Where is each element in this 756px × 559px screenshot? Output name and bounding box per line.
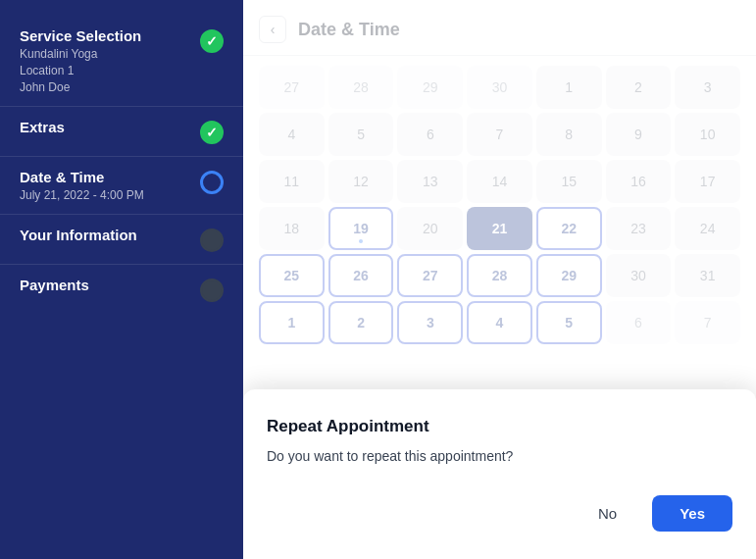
sidebar-item-your-information[interactable]: Your Information: [0, 215, 243, 265]
sidebar-subtitle-name: John Doe: [20, 80, 141, 94]
main-content: ‹ Date & Time 27282930123456789101112131…: [243, 0, 756, 559]
service-selection-status-icon: ✓: [200, 29, 224, 53]
modal-overlay: Repeat Appointment Do you want to repeat…: [243, 0, 756, 559]
sidebar-item-title: Service Selection: [20, 27, 141, 44]
yes-button[interactable]: Yes: [652, 495, 732, 532]
payments-status-icon: [200, 279, 224, 302]
sidebar: Service Selection Kundalini Yoga Locatio…: [0, 0, 243, 559]
modal-actions: No Yes: [267, 495, 732, 532]
sidebar-item-service-selection[interactable]: Service Selection Kundalini Yoga Locatio…: [0, 16, 243, 107]
modal-box: Repeat Appointment Do you want to repeat…: [243, 389, 756, 559]
sidebar-item-payments[interactable]: Payments: [0, 265, 243, 314]
sidebar-item-extras-title: Extras: [20, 119, 65, 135]
modal-body: Do you want to repeat this appointment?: [267, 448, 732, 464]
extras-status-icon: ✓: [200, 121, 224, 144]
information-status-icon: [200, 229, 224, 252]
sidebar-item-payments-title: Payments: [20, 277, 89, 293]
sidebar-subtitle-datetime: July 21, 2022 - 4:00 PM: [20, 188, 144, 202]
sidebar-subtitle-yoga: Kundalini Yoga: [20, 47, 141, 61]
sidebar-subtitle-location: Location 1: [20, 64, 141, 77]
no-button[interactable]: No: [575, 495, 640, 532]
sidebar-item-date-time[interactable]: Date & Time July 21, 2022 - 4:00 PM: [0, 157, 243, 215]
sidebar-item-datetime-title: Date & Time: [20, 169, 144, 185]
modal-title: Repeat Appointment: [267, 417, 732, 436]
sidebar-item-extras[interactable]: Extras ✓: [0, 107, 243, 157]
sidebar-item-info-title: Your Information: [20, 227, 137, 243]
datetime-status-icon: [200, 171, 224, 194]
